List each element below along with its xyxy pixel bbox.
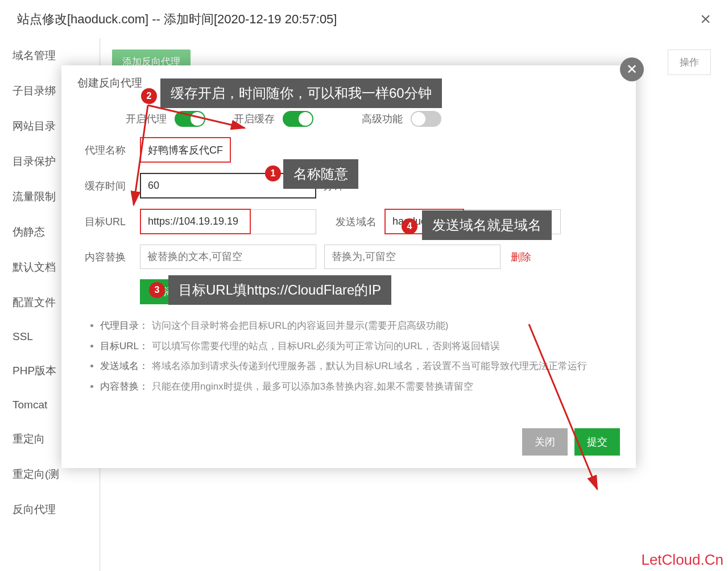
close-icon[interactable]: × bbox=[700, 9, 711, 30]
target-url-label: 目标URL bbox=[77, 215, 140, 229]
proxy-name-input[interactable] bbox=[140, 137, 231, 163]
cache-time-label: 缓存时间 bbox=[77, 179, 140, 193]
advanced-toggle[interactable] bbox=[411, 111, 441, 127]
annotation-4: 发送域名就是域名 bbox=[422, 210, 552, 240]
enable-proxy-toggle[interactable] bbox=[175, 111, 205, 127]
cancel-button[interactable]: 关闭 bbox=[522, 428, 568, 456]
annotation-badge-1: 1 bbox=[265, 165, 281, 181]
target-url-input[interactable] bbox=[140, 209, 251, 234]
content-replace-label: 内容替换 bbox=[77, 250, 140, 264]
enable-cache-label: 开启缓存 bbox=[234, 112, 275, 126]
outer-modal-title: 站点修改[haoduck.com] -- 添加时间[2020-12-19 20:… bbox=[17, 11, 337, 28]
help-text: 代理目录：访问这个目录时将会把目标URL的内容返回并显示(需要开启高级功能) 目… bbox=[77, 316, 620, 397]
annotation-badge-2: 2 bbox=[141, 88, 157, 104]
operation-column-header: 操作 bbox=[668, 49, 711, 75]
proxy-name-label: 代理名称 bbox=[77, 143, 140, 157]
sidebar-item[interactable]: 反向代理 bbox=[0, 492, 99, 527]
annotation-badge-3: 3 bbox=[149, 282, 165, 298]
annotation-badge-4: 4 bbox=[402, 218, 417, 234]
replace-to-input[interactable] bbox=[324, 245, 500, 269]
replace-from-input[interactable] bbox=[140, 245, 316, 269]
annotation-1: 名称随意 bbox=[283, 159, 358, 189]
delete-link[interactable]: 删除 bbox=[511, 250, 531, 264]
send-domain-label: 发送域名 bbox=[316, 215, 384, 229]
enable-proxy-label: 开启代理 bbox=[126, 112, 167, 126]
annotation-3: 目标URL填https://CloudFlare的IP bbox=[168, 275, 391, 305]
advanced-label: 高级功能 bbox=[362, 112, 403, 126]
submit-button[interactable]: 提交 bbox=[574, 428, 620, 456]
annotation-2: 缓存开启，时间随你，可以和我一样60分钟 bbox=[160, 78, 442, 108]
enable-cache-toggle[interactable] bbox=[283, 111, 313, 127]
watermark: LetCloud.Cn bbox=[641, 551, 723, 569]
close-icon[interactable]: ✕ bbox=[620, 57, 644, 81]
create-reverse-proxy-modal: ✕ 创建反向代理 开启代理 开启缓存 高级功能 代理名称 缓存时间 分钟 bbox=[61, 65, 636, 468]
